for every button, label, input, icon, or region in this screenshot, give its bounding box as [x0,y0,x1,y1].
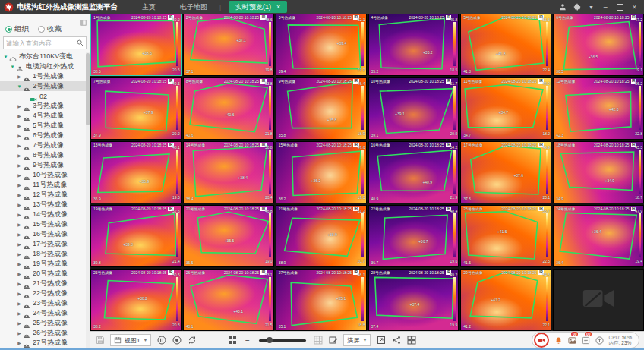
preview-tile-5号热成像[interactable]: 5号热成像2024-08-20 10:18:25IR55.322.4+41.84… [460,14,551,76]
caret-closed-icon[interactable]: ▶ [16,162,23,168]
tree-item-16号热成像[interactable]: ▶16号热成像 [0,229,90,239]
tree-item-4号热成像[interactable]: ▶4号热成像 [0,111,90,121]
preview-tile-29号热成像[interactable]: 29号热成像2024-08-20 10:18:25IR54.622.1+41.2… [460,269,551,331]
caret-closed-icon[interactable]: ▶ [16,202,23,207]
tree-item-2号热成像[interactable]: ▼2号热成像 [0,81,90,91]
collapse-sidebar-icon[interactable] [80,15,87,23]
caret-closed-icon[interactable]: ▶ [16,153,23,158]
chevron-down-icon[interactable]: ▼ [587,3,595,11]
tree-item-22号热成像[interactable]: ▶22号热成像 [0,289,90,298]
multi-screen-icon[interactable] [406,336,416,345]
caret-open-icon[interactable]: ▼ [9,65,16,69]
settings-gear-icon[interactable] [573,3,581,11]
preview-tile-20号热成像[interactable]: 20号热成像2024-08-20 10:18:25IR46.819.0+35.5… [183,205,274,267]
caret-closed-icon[interactable]: ▶ [16,182,23,188]
cycle-icon[interactable] [187,336,197,345]
caret-closed-icon[interactable]: ▶ [16,103,23,109]
search-icon[interactable] [74,39,86,46]
edit-layout-icon[interactable] [328,336,338,345]
caret-closed-icon[interactable]: ▶ [16,271,23,276]
preview-tile-1号热成像[interactable]: 1号热成像2024-08-20 10:18:25IR50.220.6+38.63… [90,14,182,76]
tab-home[interactable]: 主页 [130,0,168,14]
preview-tile-15号热成像[interactable]: 15号热成像2024-08-20 10:18:25IR47.619.3+36.2… [276,141,367,203]
preview-tile-19号热成像[interactable]: 19号热成像2024-08-20 10:18:25IR52.621.4+39.8… [90,205,182,267]
tree-item-13号热成像[interactable]: ▶13号热成像 [0,200,90,210]
tree-item-3号热成像[interactable]: ▶3号热成像 [0,101,90,111]
radio-favorites[interactable]: 收藏 [38,24,62,34]
zoom-minus-icon[interactable]: − [242,336,252,345]
caret-closed-icon[interactable]: ▶ [16,340,23,345]
save-view-icon[interactable] [95,336,105,345]
tab-emap[interactable]: 电子地图 [168,0,219,14]
tree-item-26号热成像[interactable]: ▶26号热成像 [0,328,90,338]
caret-closed-icon[interactable]: ▶ [16,192,23,197]
caret-closed-icon[interactable]: ▶ [16,311,23,316]
preview-tile-11号热成像[interactable]: 11号热成像2024-08-20 10:18:25IR44.918.2+34.7… [460,77,551,140]
grid-config-icon[interactable] [313,336,323,345]
tree-item-21号热成像[interactable]: ▶21号热成像 [0,279,90,289]
pause-all-icon[interactable] [156,336,166,345]
caret-closed-icon[interactable]: ▶ [16,74,23,79]
tree-item-24号热成像[interactable]: ▶24号热成像 [0,308,90,318]
caret-open-icon[interactable]: ▼ [2,55,9,59]
tree-item-11号热成像[interactable]: ▶11号热成像 [0,180,90,190]
preview-tile-14号热成像[interactable]: 14号热成像2024-08-20 10:18:25IR50.820.4+38.4… [183,141,274,203]
alarm-icon[interactable] [554,336,563,345]
preview-tile-23号热成像[interactable]: 23号热成像2024-08-20 10:18:25IR55.722.5+41.5… [460,205,551,267]
preview-tile-3号热成像[interactable]: 3号热成像2024-08-20 10:18:25IR52.121.2+39.43… [276,14,367,76]
tree-item-7号热成像[interactable]: ▶7号热成像 [0,140,90,150]
tree-item-25号热成像[interactable]: ▶25号热成像 [0,318,90,328]
tree-item-9号热成像[interactable]: ▶9号热成像 [0,160,90,170]
tree-item-02[interactable]: 02 [0,91,90,101]
preview-tile-empty[interactable] [553,269,644,331]
view-select[interactable]: 视图1 ▼ [110,334,151,346]
emergency-record-button[interactable] [534,333,549,348]
caret-closed-icon[interactable]: ▶ [16,232,23,237]
preview-tile-27号热成像[interactable]: 27号热成像2024-08-20 10:18:25IR46.118.8+35.1… [276,269,367,331]
tab-close-icon[interactable]: × [276,1,280,13]
caret-closed-icon[interactable]: ▶ [16,113,23,118]
tree-item-1号热成像[interactable]: ▶1号热成像 [0,71,90,81]
upload-icon[interactable] [595,336,604,345]
preview-tile-24号热成像[interactable]: 24号热成像2024-08-20 10:18:25IR47.919.4+36.4… [553,205,644,267]
preview-tile-2号热成像[interactable]: 2号热成像2024-08-20 10:18:25IR48.619.8+37.13… [183,14,274,76]
preview-tile-8号热成像[interactable]: 8号热成像2024-08-20 10:18:25IR53.821.8+40.64… [183,77,274,140]
tab-live-preview[interactable]: 实时预览(1) × [229,1,287,13]
minimize-icon[interactable]: − [601,3,610,11]
alarm-count-icon[interactable]: 00 [567,336,576,345]
caret-closed-icon[interactable]: ▶ [16,143,23,148]
caret-closed-icon[interactable]: ▶ [16,241,23,247]
caret-closed-icon[interactable]: ▶ [16,320,23,326]
preview-tile-6号热成像[interactable]: 6号热成像2024-08-20 10:18:25IR47.219.1+36.53… [553,14,644,76]
tree-item-10号热成像[interactable]: ▶10号热成像 [0,170,90,180]
scale-slider-knob[interactable] [267,337,273,343]
scale-mode-select[interactable]: 满屏 ▼ [343,334,371,346]
caret-closed-icon[interactable]: ▶ [16,212,23,217]
preview-tile-21号热成像[interactable]: 21号热成像2024-08-20 10:18:25IR51.220.7+38.9… [276,205,367,267]
preview-tile-7号热成像[interactable]: 7号热成像2024-08-20 10:18:25IR49.520.2+37.93… [90,77,182,140]
preview-tile-17号热成像[interactable]: 17号热成像2024-08-20 10:18:25IR49.920.1+37.6… [460,141,551,203]
preview-tile-28号热成像[interactable]: 28号热成像2024-08-20 10:18:25IR49.219.9+37.4… [368,269,459,331]
tree-item-电缆沟红外热成像 (26/29)[interactable]: ▼电缆沟红外热成像 (26/29) [0,61,90,71]
tree-item-6号热成像[interactable]: ▶6号热成像 [0,131,90,140]
caret-closed-icon[interactable]: ▶ [16,133,23,138]
caret-closed-icon[interactable]: ▶ [16,261,23,266]
tree-item-23号热成像[interactable]: ▶23号热成像 [0,298,90,308]
preview-tile-16号热成像[interactable]: 16号热成像2024-08-20 10:18:25IR54.221.9+40.9… [368,141,459,203]
preview-tile-13号热成像[interactable]: 13号热成像2024-08-20 10:18:25IR48.119.5+36.9… [90,141,182,203]
caret-closed-icon[interactable]: ▶ [16,291,23,296]
preview-tile-10号热成像[interactable]: 10号热成像2024-08-20 10:18:25IR51.720.9+39.1… [368,77,459,140]
radio-organization[interactable]: 组织 [5,24,29,34]
close-icon[interactable]: × [630,3,639,11]
fullscreen-icon[interactable] [376,336,386,345]
caret-closed-icon[interactable]: ▶ [16,222,23,227]
caret-closed-icon[interactable]: ▶ [16,301,23,306]
stop-all-icon[interactable] [172,336,182,345]
caret-closed-icon[interactable]: ▶ [16,281,23,286]
tree-item-27号热成像[interactable]: ▶27号热成像 [0,338,90,348]
tree-item-17号热成像[interactable]: ▶17号热成像 [0,239,90,249]
search-input[interactable] [4,39,74,47]
share-icon[interactable] [391,336,401,345]
tree-item-12号热成像[interactable]: ▶12号热成像 [0,190,90,200]
caret-closed-icon[interactable]: ▶ [16,123,23,128]
